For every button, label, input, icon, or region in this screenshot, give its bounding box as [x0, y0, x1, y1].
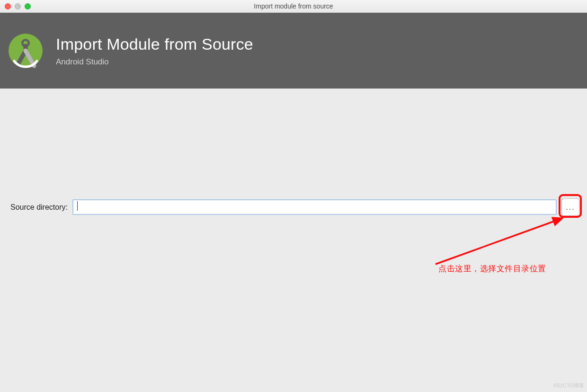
- annotation-text: 点击这里，选择文件目录位置: [438, 263, 546, 274]
- titlebar: Import module from source: [0, 0, 587, 13]
- source-directory-input[interactable]: [72, 199, 557, 215]
- header-text: Import Module from Source Android Studio: [56, 35, 253, 67]
- ellipsis-icon: ...: [566, 203, 575, 212]
- svg-line-4: [436, 218, 562, 264]
- zoom-icon[interactable]: [25, 3, 31, 9]
- source-directory-label: Source directory:: [10, 203, 68, 212]
- close-icon[interactable]: [5, 3, 11, 9]
- header-banner: Import Module from Source Android Studio: [0, 13, 587, 89]
- browse-button[interactable]: ...: [561, 198, 579, 216]
- minimize-icon[interactable]: [15, 3, 21, 9]
- watermark: ©51CTO博客: [553, 382, 584, 389]
- page-title: Import Module from Source: [56, 35, 253, 53]
- window-title: Import module from source: [0, 2, 587, 10]
- android-studio-icon: [8, 33, 44, 69]
- window-controls: [0, 3, 31, 9]
- page-subtitle: Android Studio: [56, 57, 253, 67]
- form-row: Source directory: ...: [0, 89, 587, 216]
- annotation-arrow-icon: [407, 215, 568, 272]
